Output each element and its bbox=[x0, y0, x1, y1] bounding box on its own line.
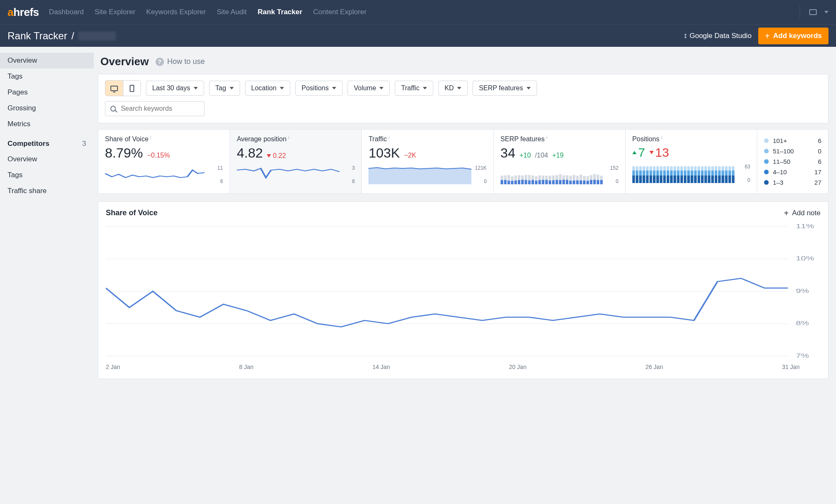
sidebar-item-overview[interactable]: Overview bbox=[0, 151, 94, 167]
date-range-filter[interactable]: Last 30 days bbox=[146, 81, 204, 96]
google-data-studio-link[interactable]: Google Data Studio bbox=[685, 32, 752, 40]
svg-rect-35 bbox=[559, 174, 561, 180]
svg-rect-135 bbox=[715, 176, 717, 183]
sidebar-item-tags[interactable]: Tags bbox=[0, 69, 94, 84]
question-icon: ? bbox=[156, 58, 164, 66]
add-keywords-button[interactable]: + Add keywords bbox=[758, 28, 828, 44]
filter-location[interactable]: Location bbox=[245, 81, 291, 96]
line-chart[interactable]: 11%10%9%8%7% bbox=[106, 222, 821, 360]
info-icon: i bbox=[546, 135, 547, 140]
sidebar-item-metrics[interactable]: Metrics bbox=[0, 116, 94, 132]
svg-rect-56 bbox=[593, 180, 596, 184]
breadcrumb-sep: / bbox=[72, 30, 74, 42]
nav-site-explorer[interactable]: Site Explorer bbox=[95, 8, 135, 16]
nav-content-explorer[interactable]: Content Explorer bbox=[313, 8, 367, 16]
svg-rect-38 bbox=[562, 180, 565, 184]
breadcrumb-section[interactable]: Rank Tracker bbox=[8, 30, 67, 42]
keyword-search[interactable] bbox=[105, 101, 205, 116]
topbar-right bbox=[798, 5, 828, 19]
metric-share-of-voice[interactable]: Share of Voicei 8.79% −0.15% 116 bbox=[98, 129, 230, 194]
legend-row[interactable]: 51–1000 bbox=[764, 146, 821, 156]
x-tick: 31 Jan bbox=[782, 364, 800, 370]
filter-bar: Last 30 days TagLocationPositionsVolumeT… bbox=[98, 74, 828, 123]
filter-kd[interactable]: KD bbox=[438, 81, 468, 96]
nav-keywords-explorer[interactable]: Keywords Explorer bbox=[146, 8, 206, 16]
sparkline bbox=[237, 165, 340, 184]
svg-rect-5 bbox=[507, 175, 510, 181]
svg-rect-23 bbox=[538, 176, 541, 180]
gds-icon bbox=[685, 34, 686, 38]
svg-rect-50 bbox=[583, 181, 585, 184]
sparkline bbox=[105, 165, 208, 184]
sidebar-item-pages[interactable]: Pages bbox=[0, 84, 94, 100]
legend-row[interactable]: 11–506 bbox=[764, 156, 821, 167]
svg-rect-44 bbox=[573, 181, 575, 184]
filter-traffic[interactable]: Traffic bbox=[395, 81, 433, 96]
svg-rect-150 bbox=[732, 176, 734, 183]
nav-rank-tracker[interactable]: Rank Tracker bbox=[258, 8, 302, 16]
search-input[interactable] bbox=[120, 104, 199, 113]
svg-rect-31 bbox=[552, 176, 555, 181]
sidebar-item-overview[interactable]: Overview bbox=[0, 53, 94, 69]
legend-row[interactable]: 101+6 bbox=[764, 135, 821, 146]
svg-rect-15 bbox=[524, 175, 527, 180]
chevron-down-icon bbox=[527, 87, 531, 89]
svg-rect-42 bbox=[569, 181, 572, 184]
sidebar-item-grossing[interactable]: Grossing bbox=[0, 100, 94, 116]
top-nav: ahrefs DashboardSite ExplorerKeywords Ex… bbox=[0, 0, 836, 24]
positions-legend: 101+651–100011–5064–10171–327 bbox=[757, 129, 828, 194]
svg-rect-2 bbox=[501, 180, 503, 184]
user-menu-caret-icon[interactable] bbox=[824, 11, 828, 13]
svg-text:8%: 8% bbox=[796, 320, 809, 326]
svg-rect-129 bbox=[708, 176, 710, 183]
how-to-use-link[interactable]: ? How to use bbox=[156, 57, 205, 66]
svg-rect-20 bbox=[531, 180, 534, 184]
breadcrumb-project[interactable] bbox=[78, 31, 116, 41]
device-mobile-button[interactable] bbox=[123, 81, 141, 96]
search-icon bbox=[110, 106, 116, 112]
legend-row[interactable]: 4–1017 bbox=[764, 167, 821, 177]
svg-rect-59 bbox=[600, 176, 603, 180]
svg-rect-30 bbox=[549, 181, 551, 184]
metric-average-position[interactable]: Average positioni 4.82 0.22 38 bbox=[230, 129, 362, 194]
nav-site-audit[interactable]: Site Audit bbox=[217, 8, 247, 16]
svg-rect-34 bbox=[555, 180, 558, 184]
svg-rect-141 bbox=[721, 176, 724, 183]
svg-rect-52 bbox=[586, 181, 589, 184]
nav-dashboard[interactable]: Dashboard bbox=[49, 8, 84, 16]
svg-rect-84 bbox=[656, 176, 659, 183]
svg-rect-4 bbox=[504, 180, 506, 184]
svg-rect-72 bbox=[642, 176, 645, 183]
filter-tag[interactable]: Tag bbox=[209, 81, 240, 96]
sub-nav: Rank Tracker / Google Data Studio + Add … bbox=[0, 24, 836, 47]
sidebar-item-traffic-share[interactable]: Traffic share bbox=[0, 183, 94, 199]
legend-row[interactable]: 1–327 bbox=[764, 177, 821, 188]
device-desktop-button[interactable] bbox=[105, 81, 123, 96]
filter-volume[interactable]: Volume bbox=[348, 81, 390, 96]
sidebar-item-tags[interactable]: Tags bbox=[0, 167, 94, 183]
svg-rect-26 bbox=[542, 180, 544, 184]
svg-text:9%: 9% bbox=[796, 288, 809, 294]
svg-rect-53 bbox=[590, 175, 592, 180]
metric-serp-features[interactable]: SERP featuresi 34 +10 /104 +19 1520 bbox=[494, 129, 626, 194]
svg-rect-49 bbox=[583, 176, 585, 181]
filter-positions[interactable]: Positions bbox=[295, 81, 343, 96]
svg-rect-25 bbox=[542, 176, 544, 180]
svg-rect-63 bbox=[632, 176, 635, 183]
add-note-button[interactable]: + Add note bbox=[784, 209, 821, 217]
svg-rect-55 bbox=[593, 174, 596, 180]
filter-serp-features[interactable]: SERP features bbox=[473, 81, 537, 96]
svg-rect-14 bbox=[521, 180, 524, 184]
svg-rect-18 bbox=[528, 181, 530, 184]
svg-rect-123 bbox=[701, 176, 703, 183]
svg-rect-102 bbox=[677, 176, 680, 183]
svg-rect-90 bbox=[663, 176, 666, 183]
brand-logo[interactable]: ahrefs bbox=[8, 6, 39, 19]
metric-traffic[interactable]: Traffici 103K −2K 121K0 bbox=[362, 129, 493, 194]
x-tick: 20 Jan bbox=[509, 364, 527, 370]
svg-rect-144 bbox=[725, 176, 727, 183]
display-icon[interactable] bbox=[809, 9, 817, 15]
breadcrumb: Rank Tracker / bbox=[8, 30, 116, 42]
svg-rect-75 bbox=[646, 176, 649, 183]
metric-positions[interactable]: Positionsi 7 13 630 bbox=[626, 129, 757, 194]
